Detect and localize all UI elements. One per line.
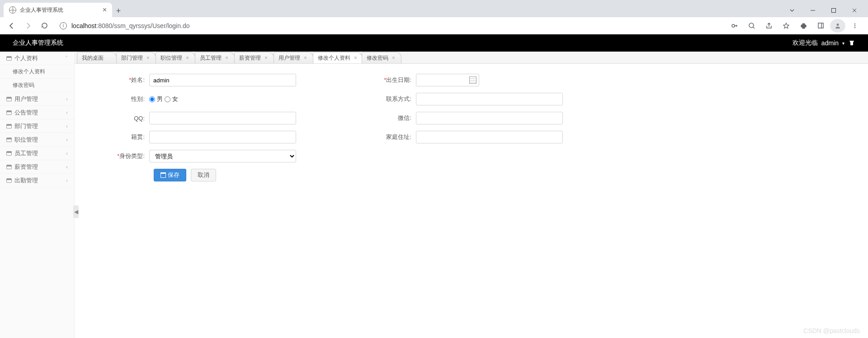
reload-button[interactable] — [38, 19, 51, 32]
sidebar-item-employee[interactable]: 员工管理‹ — [0, 147, 74, 160]
sidebar-item-dept[interactable]: 部门管理‹ — [0, 119, 74, 133]
tab-salary[interactable]: 薪资管理× — [234, 52, 274, 63]
sidebar-item-edit-profile[interactable]: 修改个人资料 — [0, 65, 74, 79]
save-icon — [160, 172, 166, 178]
tab-desktop[interactable]: 我的桌面 — [77, 52, 117, 63]
svg-point-3 — [749, 23, 754, 28]
sidebar-item-users[interactable]: 用户管理‹ — [0, 92, 74, 106]
native-input[interactable] — [149, 131, 296, 143]
tab-label: 我的桌面 — [82, 54, 104, 62]
site-info-icon[interactable]: i — [60, 22, 67, 29]
tab-label: 用户管理 — [278, 54, 300, 62]
lock-icon — [6, 138, 12, 142]
svg-point-6 — [837, 24, 839, 26]
lock-icon — [6, 110, 12, 115]
sidebar-item-label: 用户管理 — [14, 95, 38, 103]
tab-label: 薪资管理 — [239, 54, 261, 62]
sidebar-item-label: 修改个人资料 — [13, 68, 45, 76]
app-header: 企业人事管理系统 欢迎光临 admin ▾ — [0, 34, 868, 52]
sex-female-label: 女 — [172, 95, 178, 103]
sidebar-item-profile[interactable]: 个人资料˄ — [0, 52, 74, 65]
profile-avatar[interactable] — [830, 19, 845, 33]
close-tab-icon[interactable]: × — [103, 6, 107, 14]
sex-female-radio[interactable] — [165, 96, 170, 102]
tab-position[interactable]: 职位管理× — [156, 52, 195, 63]
chevron-left-icon: ‹ — [66, 150, 68, 157]
chevron-down-icon[interactable] — [782, 4, 802, 17]
url: localhost:8080/ssm_qyrssys/User/login.do — [71, 22, 189, 29]
sidebar-item-label: 出勤管理 — [14, 176, 38, 185]
theme-icon[interactable] — [848, 39, 855, 47]
extensions-icon[interactable] — [796, 19, 811, 33]
tab-users[interactable]: 用户管理× — [274, 52, 313, 63]
svg-point-9 — [854, 27, 855, 28]
idtype-select[interactable]: 管理员 — [149, 150, 296, 162]
app-title: 企业人事管理系统 — [13, 39, 63, 47]
sidebar-item-label: 修改密码 — [13, 81, 34, 89]
calendar-icon[interactable] — [469, 76, 476, 84]
panel-icon[interactable] — [813, 19, 828, 33]
window-controls — [782, 4, 864, 17]
user-dropdown-icon[interactable]: ▾ — [842, 41, 844, 46]
tab-label: 员工管理 — [200, 54, 222, 62]
tab-bar: 我的桌面 部门管理× 职位管理× 员工管理× 薪资管理× 用户管理× 修改个人资… — [75, 52, 868, 64]
sex-male-radio[interactable] — [149, 96, 155, 102]
wechat-input[interactable] — [416, 112, 563, 124]
sidebar-collapse-handle[interactable]: ◀ — [73, 205, 79, 218]
tab-label: 修改个人资料 — [318, 54, 350, 62]
close-icon[interactable]: × — [304, 55, 307, 61]
qq-input[interactable] — [149, 112, 296, 124]
tab-dept[interactable]: 部门管理× — [116, 52, 156, 63]
chevron-left-icon: ‹ — [66, 177, 68, 184]
close-icon[interactable]: × — [354, 55, 357, 61]
tab-employee[interactable]: 员工管理× — [195, 52, 235, 63]
lock-icon — [6, 97, 12, 101]
save-label: 保存 — [168, 171, 179, 179]
sidebar-item-attendance[interactable]: 出勤管理‹ — [0, 174, 74, 187]
contact-label: 联系方式: — [355, 95, 416, 103]
tab-change-password[interactable]: 修改密码× — [362, 52, 401, 63]
svg-point-8 — [854, 25, 855, 26]
back-button[interactable] — [5, 19, 18, 32]
cancel-button[interactable]: 取消 — [191, 169, 216, 181]
sidebar-item-position[interactable]: 职位管理‹ — [0, 133, 74, 147]
close-icon[interactable]: × — [392, 55, 395, 61]
maximize-icon[interactable] — [824, 4, 844, 17]
address-input[interactable] — [416, 131, 563, 143]
key-icon[interactable] — [727, 19, 742, 33]
current-user[interactable]: admin — [821, 39, 839, 47]
menu-icon[interactable] — [847, 19, 863, 33]
minimize-icon[interactable] — [803, 4, 823, 17]
svg-point-2 — [732, 24, 735, 27]
tab-edit-profile[interactable]: 修改个人资料× — [313, 52, 362, 63]
chevron-left-icon: ‹ — [66, 96, 68, 102]
name-label: 姓名: — [131, 76, 145, 83]
star-icon[interactable] — [778, 19, 794, 33]
sidebar-item-salary[interactable]: 薪资管理‹ — [0, 160, 74, 174]
name-input[interactable] — [149, 74, 296, 86]
contact-input[interactable] — [416, 93, 563, 105]
idtype-label: 身份类型: — [119, 152, 145, 159]
sex-male-label: 男 — [157, 95, 163, 103]
close-icon[interactable]: × — [186, 55, 189, 61]
new-tab-button[interactable]: + — [112, 5, 125, 17]
close-window-icon[interactable] — [844, 4, 864, 17]
tab-label: 职位管理 — [160, 54, 182, 62]
tab-label: 修改密码 — [367, 54, 388, 62]
sidebar-item-notice[interactable]: 公告管理‹ — [0, 106, 74, 119]
sidebar-item-label: 部门管理 — [14, 122, 38, 130]
share-icon[interactable] — [761, 19, 777, 33]
chevron-left-icon: ‹ — [66, 123, 68, 129]
save-button[interactable]: 保存 — [154, 169, 186, 181]
lock-icon — [6, 178, 12, 183]
native-label: 籍贯: — [88, 133, 149, 141]
browser-tab[interactable]: 企业人事管理系统 × — [4, 3, 112, 17]
sidebar-item-change-password[interactable]: 修改密码 — [0, 79, 74, 92]
zoom-icon[interactable] — [744, 19, 760, 33]
close-icon[interactable]: × — [264, 55, 268, 61]
forward-button[interactable] — [22, 19, 34, 32]
address-bar[interactable]: i localhost:8080/ssm_qyrssys/User/login.… — [54, 19, 723, 33]
browser-toolbar: i localhost:8080/ssm_qyrssys/User/login.… — [0, 17, 868, 34]
close-icon[interactable]: × — [146, 55, 150, 61]
close-icon[interactable]: × — [225, 55, 228, 61]
